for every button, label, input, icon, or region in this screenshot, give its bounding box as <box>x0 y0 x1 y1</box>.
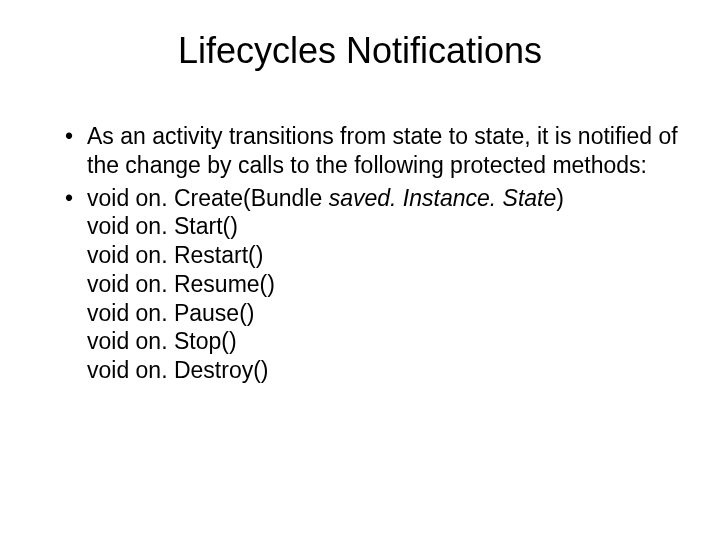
subline-1: void on. Start() <box>87 212 680 241</box>
subline-2: void on. Restart() <box>87 241 680 270</box>
sublines: void on. Start() void on. Restart() void… <box>87 212 680 385</box>
slide-title: Lifecycles Notifications <box>40 30 680 72</box>
bullet-item-2: void on. Create(Bundle saved. Instance. … <box>65 184 680 385</box>
subline-5: void on. Stop() <box>87 327 680 356</box>
bullet-text-1: As an activity transitions from state to… <box>87 123 678 178</box>
subline-6: void on. Destroy() <box>87 356 680 385</box>
bullet-suffix-2: ) <box>556 185 564 211</box>
bullet-list: As an activity transitions from state to… <box>40 122 680 385</box>
bullet-prefix-2: void on. Create(Bundle <box>87 185 329 211</box>
bullet-italic-2: saved. Instance. State <box>329 185 557 211</box>
subline-4: void on. Pause() <box>87 299 680 328</box>
subline-3: void on. Resume() <box>87 270 680 299</box>
bullet-item-1: As an activity transitions from state to… <box>65 122 680 180</box>
